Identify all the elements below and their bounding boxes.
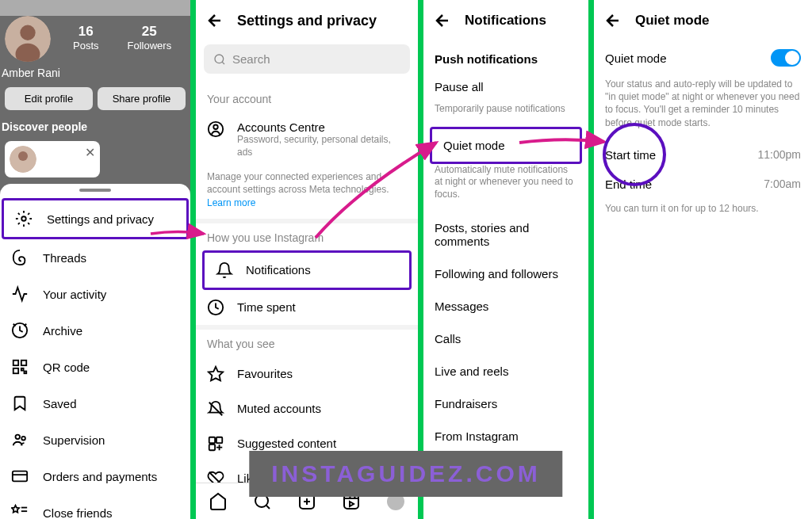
- menu-saved[interactable]: Saved: [0, 385, 190, 422]
- svg-point-12: [16, 435, 21, 440]
- share-profile-button[interactable]: Share profile: [98, 87, 186, 110]
- discover-card[interactable]: ✕: [5, 141, 100, 177]
- svg-rect-8: [21, 361, 26, 365]
- quiet-mode-panel: Quiet mode Quiet mode Your status and au…: [594, 0, 812, 519]
- svg-rect-9: [13, 368, 18, 373]
- divider: [190, 0, 196, 519]
- activity-icon: [11, 285, 29, 303]
- archive-icon: [11, 322, 29, 339]
- svg-line-21: [222, 62, 224, 64]
- svg-point-5: [21, 216, 26, 221]
- profile-stats: 16Posts 25Followers: [73, 24, 171, 52]
- search-input[interactable]: Search: [204, 44, 410, 74]
- svg-point-1: [20, 25, 35, 40]
- page-title: Settings and privacy: [237, 13, 377, 29]
- people-icon: [11, 431, 29, 448]
- menu-activity[interactable]: Your activity: [0, 276, 190, 312]
- menu-orders[interactable]: Orders and payments: [0, 458, 190, 494]
- favourites-row[interactable]: Favourites: [196, 357, 418, 391]
- svg-point-13: [21, 437, 25, 441]
- posts-row[interactable]: Posts, stories and comments: [423, 212, 588, 258]
- end-time-row[interactable]: End time7:00am: [594, 170, 812, 199]
- accounts-centre-row[interactable]: Accounts CentrePassword, security, perso…: [196, 112, 418, 167]
- svg-rect-11: [25, 372, 27, 374]
- svg-rect-7: [13, 361, 18, 365]
- svg-point-20: [215, 55, 224, 63]
- bell-icon: [216, 261, 233, 279]
- star-list-icon: [11, 504, 29, 519]
- star-icon: [207, 365, 224, 383]
- bookmark-icon: [11, 395, 29, 412]
- menu-settings-privacy[interactable]: Settings and privacy: [2, 198, 189, 239]
- start-time-row[interactable]: Start time11:00pm: [594, 140, 812, 170]
- notifications-panel: Notifications Push notifications Pause a…: [423, 0, 588, 519]
- following-row[interactable]: Following and followers: [423, 258, 588, 290]
- time-spent-row[interactable]: Time spent: [196, 290, 418, 325]
- svg-marker-41: [350, 502, 354, 506]
- quiet-description: Your status and auto-reply will be updat…: [594, 74, 812, 140]
- calls-row[interactable]: Calls: [423, 322, 588, 355]
- quiet-footer: You can turn it on for up to 12 hours.: [594, 199, 812, 226]
- quiet-toggle[interactable]: [771, 49, 801, 67]
- divider: [588, 0, 594, 519]
- menu-threads[interactable]: Threads: [0, 239, 190, 276]
- pause-all-row[interactable]: Pause all: [423, 71, 588, 103]
- bottom-sheet: Settings and privacy Threads Your activi…: [0, 184, 190, 519]
- section-how: How you use Instagram: [196, 223, 418, 250]
- svg-line-33: [266, 505, 270, 508]
- edit-profile-button[interactable]: Edit profile: [5, 87, 93, 110]
- svg-point-23: [213, 125, 218, 130]
- from-ig-row[interactable]: From Instagram: [423, 420, 588, 452]
- muted-row[interactable]: Muted accounts: [196, 391, 418, 426]
- profile-header: 16Posts 25Followers Amber Rani Edit prof…: [0, 16, 190, 206]
- push-heading: Push notifications: [423, 41, 588, 71]
- grid-plus-icon: [207, 435, 224, 452]
- page-title: Quiet mode: [635, 13, 710, 29]
- messages-row[interactable]: Messages: [423, 290, 588, 322]
- menu-close-friends[interactable]: Close friends: [0, 494, 190, 519]
- quiet-toggle-row[interactable]: Quiet mode: [594, 41, 812, 74]
- settings-panel: Settings and privacy Search Your account…: [196, 0, 418, 519]
- fundraisers-row[interactable]: Fundraisers: [423, 387, 588, 420]
- section-account: Your account: [196, 85, 418, 112]
- svg-rect-28: [216, 437, 222, 443]
- svg-point-4: [18, 151, 28, 161]
- learn-more-link[interactable]: Learn more: [207, 197, 255, 208]
- pause-hint: Temporarily pause notifications: [423, 103, 588, 127]
- clock-icon: [207, 299, 224, 316]
- posts-stat[interactable]: 16Posts: [73, 24, 99, 52]
- quiet-mode-row[interactable]: Quiet mode: [430, 127, 582, 164]
- back-icon[interactable]: [603, 11, 622, 30]
- discover-people-heading: Discover people: [2, 120, 87, 133]
- svg-rect-27: [209, 437, 215, 443]
- menu-archive[interactable]: Archive: [0, 312, 190, 349]
- svg-rect-29: [209, 445, 215, 450]
- svg-marker-16: [12, 506, 19, 513]
- watermark: INSTAGUIDEZ.COM: [249, 451, 562, 497]
- svg-rect-10: [21, 368, 24, 371]
- close-icon[interactable]: ✕: [85, 145, 95, 160]
- gear-icon: [15, 210, 33, 227]
- qr-icon: [11, 358, 29, 376]
- live-row[interactable]: Live and reels: [423, 355, 588, 387]
- profile-panel: 16Posts 25Followers Amber Rani Edit prof…: [0, 0, 190, 519]
- back-icon[interactable]: [433, 11, 452, 30]
- followers-stat[interactable]: 25Followers: [128, 24, 172, 52]
- menu-qr[interactable]: QR code: [0, 349, 190, 385]
- svg-rect-14: [13, 471, 27, 482]
- bell-off-icon: [207, 400, 224, 418]
- back-icon[interactable]: [205, 11, 224, 30]
- threads-icon: [11, 249, 29, 266]
- avatar[interactable]: [5, 16, 51, 62]
- person-circle-icon: [207, 120, 224, 138]
- section-what: What you see: [196, 330, 418, 357]
- search-icon: [213, 53, 226, 66]
- home-icon[interactable]: [209, 492, 228, 511]
- sheet-handle[interactable]: [79, 189, 111, 192]
- svg-marker-25: [209, 367, 223, 380]
- divider: [418, 0, 423, 519]
- notifications-row[interactable]: Notifications: [202, 250, 412, 290]
- username: Amber Rani: [2, 67, 60, 79]
- page-title: Notifications: [465, 13, 546, 29]
- menu-supervision[interactable]: Supervision: [0, 422, 190, 458]
